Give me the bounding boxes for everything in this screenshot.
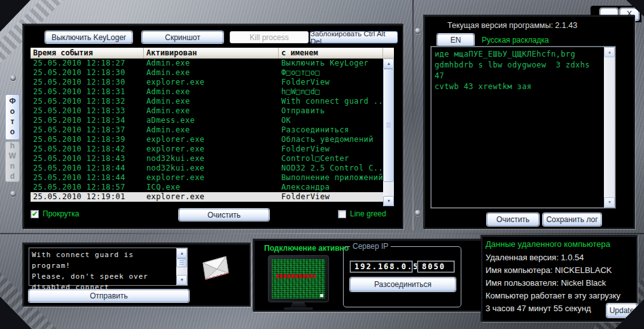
language-toggle-button[interactable]: EN	[437, 34, 474, 46]
keystroke-scrollbar[interactable]: ▲ ▼	[604, 47, 615, 207]
cell-process: explorer.exe	[144, 192, 279, 202]
cell-title: Отправить	[279, 106, 383, 116]
clear-keystrokes-button[interactable]: Очистить	[487, 213, 539, 226]
scroll-checkbox-group: ✔ Прокрутка	[31, 209, 79, 218]
message-input[interactable]: With connect guard is program! Please, d…	[29, 248, 188, 286]
arrow-up-icon: ▲	[179, 251, 183, 255]
cell-time: 25.05.2010 12:18:32	[31, 97, 144, 106]
remote-info-text: Удаленная версия: 1.0.54	[486, 253, 584, 262]
table-row[interactable]: 25.05.2010 12:18:32 Admin.exe With conne…	[31, 97, 383, 106]
scroll-up-button[interactable]: ▲	[604, 47, 615, 57]
table-row[interactable]: 25.05.2010 12:18:39 explorer.exe Область…	[31, 135, 383, 144]
monitor-screen	[272, 259, 325, 298]
remote-info-text: Имя пользователя: Nickel Black	[486, 278, 606, 288]
screw-decoration	[415, 28, 421, 34]
cell-process: nod32kui.exe	[144, 164, 279, 173]
column-header-process: Активирован	[144, 48, 279, 59]
table-row[interactable]: 25.05.2010 12:18:34 aDmess.exe OK	[31, 116, 383, 125]
cell-time: 25.05.2010 12:18:34	[31, 116, 144, 125]
keystroke-log[interactable]: иде мщаПУЕ_ЕШЬУ_ЦЩКЛЕhcfn,brg gdmhbdrb s…	[431, 46, 615, 208]
scroll-up-button[interactable]: ▲	[383, 59, 394, 69]
scroll-down-button[interactable]: ▼	[604, 197, 615, 207]
disconnect-button[interactable]: Разсоединиться	[350, 277, 456, 291]
scrollbar-thumb[interactable]	[383, 69, 394, 182]
hwnd-button[interactable]: hWnd	[5, 141, 20, 182]
cell-title: NOD32 2.5 Control C...	[279, 164, 383, 173]
scroll-checkbox-label: Прокрутка	[43, 209, 79, 218]
clear-log-button[interactable]: Очистить	[179, 209, 269, 221]
server-ip-input[interactable]: 192.168.0.50	[350, 261, 412, 272]
scrollbar-thumb[interactable]	[176, 258, 187, 267]
event-table-scrollbar[interactable]: ▲ ▼	[383, 59, 394, 206]
update-button[interactable]: Update	[606, 304, 637, 318]
cell-title: Выполнение приложений	[279, 173, 383, 183]
table-row[interactable]: 25.05.2010 12:18:37 Admin.exe Разсоедини…	[31, 125, 383, 135]
table-row[interactable]: 25.05.2010 12:18:27 Admin.exe Выключить …	[31, 59, 383, 68]
remote-info-panel: Данные удаленного компьютера Удаленная в…	[481, 235, 638, 322]
cell-time: 25.05.2010 12:18:57	[31, 183, 144, 192]
scroll-down-button[interactable]: ▼	[176, 275, 187, 285]
cell-time: 25.05.2010 12:18:31	[31, 87, 144, 97]
cell-title: Область уведомлений	[279, 135, 383, 144]
cell-title: Ф□о□т□о□	[279, 68, 383, 78]
server-ip-value: 192.168.0.50	[354, 262, 425, 271]
cell-process: explorer.exe	[144, 78, 279, 87]
cell-title: Александра	[279, 183, 383, 192]
scroll-down-button[interactable]: ▼	[383, 196, 394, 206]
kill-process-label: Kill process	[249, 33, 288, 42]
program-version-label: Текущая версия программы: 2.1.43	[447, 21, 577, 30]
clear-keystrokes-label: Очистить	[496, 215, 529, 224]
server-ip-group-label: Сервер IP	[350, 242, 391, 251]
cell-time: 25.05.2010 12:18:44	[31, 164, 144, 173]
remote-info-header: Данные удаленного компьютера	[486, 239, 610, 249]
scroll-checkbox[interactable]: ✔	[31, 210, 39, 218]
table-row[interactable]: 25.05.2010 12:18:57 ICQ.exe Александра	[31, 183, 383, 192]
photo-button[interactable]: Фото	[5, 94, 20, 140]
remote-info-text: Компьютер работает в эту загрузку	[486, 291, 620, 300]
save-log-button[interactable]: Сохранить лог	[543, 213, 601, 226]
connection-panel: Подключение активно Сервер IP 192.168.0.…	[253, 239, 482, 312]
monitor-power-led	[320, 294, 323, 297]
screw-decoration	[10, 191, 16, 197]
cell-process: Admin.exe	[144, 87, 279, 97]
cell-process: Admin.exe	[144, 125, 279, 135]
message-scrollbar[interactable]: ▲ ▼	[176, 248, 187, 285]
table-row[interactable]: 25.05.2010 12:18:31 Admin.exe h□W□n□d□	[31, 87, 383, 97]
remote-info-line: 3 часов 47 минут 55 секунд	[486, 302, 620, 315]
cell-process: Admin.exe	[144, 59, 279, 68]
arrow-up-icon: ▲	[607, 50, 611, 54]
cell-process: Admin.exe	[144, 106, 279, 116]
arrow-down-icon: ▼	[179, 278, 183, 282]
table-row[interactable]: 25.05.2010 12:18:43 nod32kui.exe Control…	[31, 154, 383, 164]
table-row[interactable]: 25.05.2010 12:18:30 Admin.exe Ф□о□т□о□	[31, 68, 383, 78]
table-row[interactable]: 25.05.2010 12:18:30 explorer.exe FolderV…	[31, 78, 383, 87]
block-ctrl-alt-del-button[interactable]: Заблокировать Ctrl Alt Del	[310, 31, 398, 43]
language-toggle-label: EN	[451, 36, 461, 45]
keylogger-off-button[interactable]: Выключить KeyLoger	[45, 31, 132, 43]
table-row[interactable]: 25.05.2010 12:18:44 explorer.exe Выполне…	[31, 173, 383, 183]
send-message-button[interactable]: Отправить	[29, 290, 189, 302]
cell-process: Admin.exe	[144, 97, 279, 106]
column-header-time: Время события	[31, 48, 144, 59]
scroll-up-button[interactable]: ▲	[176, 248, 187, 258]
cell-title: FolderView	[279, 192, 383, 202]
screenshot-button[interactable]: Скриншот	[142, 31, 223, 43]
server-port-input[interactable]: 8050	[417, 261, 454, 272]
cell-time: 25.05.2010 12:18:43	[31, 154, 144, 164]
cell-title: Control□Center	[279, 154, 383, 164]
cell-time: 25.05.2010 12:18:37	[31, 125, 144, 135]
table-row[interactable]: 25.05.2010 12:18:44 nod32kui.exe NOD32 2…	[31, 164, 383, 173]
table-row[interactable]: 25.05.2010 12:19:01 explorer.exe FolderV…	[31, 192, 383, 202]
cell-time: 25.05.2010 12:18:30	[31, 68, 144, 78]
cell-title: Разсоединиться	[279, 125, 383, 135]
cell-process: ICQ.exe	[144, 183, 279, 192]
column-header-blank	[383, 48, 394, 59]
connection-status-label: Подключение активно	[264, 244, 349, 253]
cell-process: Admin.exe	[144, 68, 279, 78]
frame-seam	[412, 0, 414, 230]
table-row[interactable]: 25.05.2010 12:18:33 Admin.exe Отправить	[31, 106, 383, 116]
line-greed-checkbox[interactable]	[338, 210, 346, 218]
table-row[interactable]: 25.05.2010 12:18:42 explorer.exe FolderV…	[31, 144, 383, 154]
send-message-label: Отправить	[90, 291, 128, 300]
arrow-up-icon: ▲	[386, 62, 390, 66]
